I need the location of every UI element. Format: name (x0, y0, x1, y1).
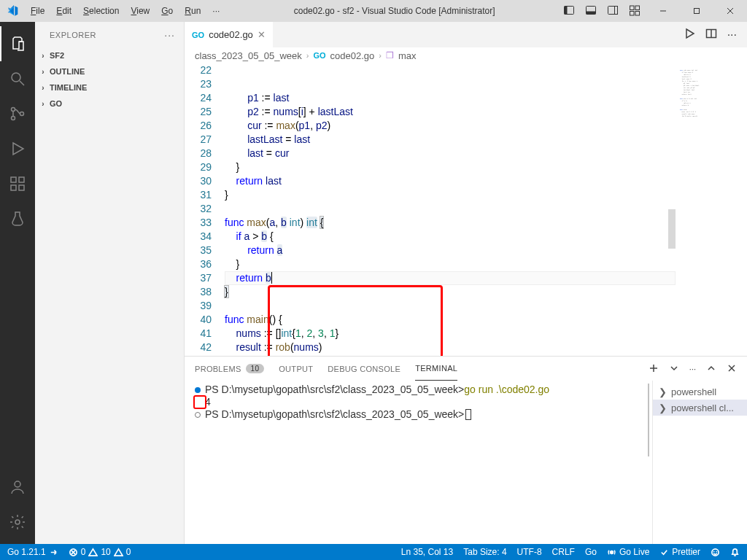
close-panel-icon[interactable] (727, 363, 737, 375)
editor-more-icon[interactable]: ··· (727, 28, 737, 42)
svg-rect-11 (694, 9, 700, 14)
status-bar: Go 1.21.1 0 10 0 Ln 35, Col 13 Tab Size:… (0, 544, 747, 560)
bottom-panel: PROBLEMS10 OUTPUT DEBUG CONSOLE TERMINAL… (185, 356, 747, 544)
status-eol[interactable]: CRLF (552, 547, 575, 557)
task-done-icon (195, 412, 201, 418)
new-terminal-icon[interactable] (649, 363, 659, 375)
panel-tab-debug-console[interactable]: DEBUG CONSOLE (328, 357, 400, 381)
svg-rect-7 (635, 6, 640, 10)
explorer-title: EXPLORER (50, 31, 96, 39)
customize-layout-icon[interactable] (629, 4, 640, 18)
panel-tab-terminal[interactable]: TERMINAL (415, 357, 457, 381)
svg-point-14 (12, 73, 20, 82)
svg-rect-8 (630, 11, 635, 15)
activity-testing-icon[interactable] (0, 201, 35, 236)
toggle-panel-icon[interactable] (585, 4, 597, 18)
explorer-sidebar: EXPLORER ··· ›SF2 ›OUTLINE ›TIMELINE ›GO (35, 22, 185, 544)
terminal[interactable]: PS D:\mysetup\gopath\src\sf2\class_2023_… (185, 381, 643, 544)
explorer-more-icon[interactable]: ··· (164, 29, 175, 41)
status-notifications-icon[interactable] (730, 548, 740, 557)
maximize-panel-icon[interactable] (706, 363, 716, 375)
task-running-icon (195, 387, 201, 393)
svg-rect-6 (630, 6, 635, 10)
go-file-icon: GO (313, 51, 325, 60)
activity-settings-icon[interactable] (0, 505, 35, 540)
sidebar-group-sf2[interactable]: ›SF2 (35, 47, 184, 63)
go-file-icon: GO (192, 31, 204, 39)
minimap-content: func rob nums int int if len nums 0 retu… (680, 69, 700, 117)
svg-rect-1 (565, 6, 568, 14)
status-go-version[interactable]: Go 1.21.1 (7, 547, 58, 557)
status-feedback-icon[interactable] (711, 548, 720, 557)
menu-more[interactable]: ··· (206, 0, 225, 22)
status-go-live[interactable]: Go Live (607, 547, 649, 557)
menu-edit[interactable]: Edit (50, 0, 77, 22)
line-number-gutter: 2223242526272829303132333435363738394041… (185, 63, 225, 356)
menu-view[interactable]: View (125, 0, 155, 22)
toggle-secondary-sidebar-icon[interactable] (607, 4, 619, 18)
svg-rect-19 (11, 177, 16, 182)
terminal-scrollbar[interactable] (643, 381, 652, 544)
svg-rect-4 (608, 6, 618, 14)
terminal-item[interactable]: ❯powershell cl... (653, 400, 747, 416)
window-close-button[interactable] (713, 0, 747, 22)
svg-rect-3 (587, 11, 596, 14)
status-cursor-position[interactable]: Ln 35, Col 13 (401, 547, 453, 557)
sidebar-group-outline[interactable]: ›OUTLINE (35, 63, 184, 79)
tab-close-icon[interactable]: ✕ (258, 29, 266, 40)
panel-more-icon[interactable]: ··· (689, 365, 696, 373)
terminal-item[interactable]: ❯powershell (653, 384, 747, 400)
chevron-right-icon: › (379, 51, 382, 60)
svg-rect-21 (19, 185, 24, 190)
activity-source-control-icon[interactable] (0, 96, 35, 131)
activity-bar (0, 22, 35, 544)
panel-tab-problems[interactable]: PROBLEMS10 (195, 357, 264, 381)
window-maximize-button[interactable] (680, 0, 713, 22)
title-bar: File Edit Selection View Go Run ··· code… (0, 0, 747, 22)
sidebar-group-timeline[interactable]: ›TIMELINE (35, 79, 184, 96)
breadcrumb-symbol[interactable]: max (398, 50, 417, 61)
run-file-icon[interactable] (684, 28, 695, 42)
breadcrumb-folder[interactable]: class_2023_05_05_week (195, 50, 302, 61)
terminal-dropdown-icon[interactable] (669, 363, 679, 375)
menu-file[interactable]: File (25, 0, 50, 22)
split-editor-icon[interactable] (705, 28, 717, 42)
vscode-logo-icon (0, 5, 25, 17)
svg-point-18 (20, 112, 24, 116)
sidebar-group-go[interactable]: ›GO (35, 96, 184, 112)
activity-account-icon[interactable] (0, 470, 35, 505)
status-encoding[interactable]: UTF-8 (517, 547, 542, 557)
svg-point-24 (15, 520, 20, 524)
minimap[interactable]: func rob nums int int if len nums 0 retu… (676, 63, 747, 356)
tab-code02[interactable]: GO code02.go ✕ (185, 22, 274, 47)
breadcrumb-file[interactable]: code02.go (330, 50, 375, 61)
activity-extensions-icon[interactable] (0, 166, 35, 201)
activity-search-icon[interactable] (0, 61, 35, 96)
main-menu: File Edit Selection View Go Run ··· (25, 0, 225, 22)
terminal-shell-icon: ❯ (659, 386, 667, 397)
status-problems[interactable]: 0 10 0 (69, 547, 131, 557)
activity-run-debug-icon[interactable] (0, 131, 35, 166)
activity-explorer-icon[interactable] (0, 26, 35, 61)
terminal-output: 4 (205, 396, 211, 408)
editor-area: GO code02.go ✕ ··· class_2023_05_05_week… (185, 22, 747, 544)
chevron-right-icon: › (306, 51, 309, 60)
code-editor[interactable]: 2223242526272829303132333435363738394041… (185, 63, 747, 356)
svg-line-15 (20, 81, 24, 85)
panel-tab-output[interactable]: OUTPUT (279, 357, 313, 381)
toggle-primary-sidebar-icon[interactable] (563, 4, 575, 18)
menu-selection[interactable]: Selection (77, 0, 125, 22)
menu-go[interactable]: Go (155, 0, 179, 22)
tab-label: code02.go (209, 29, 253, 40)
editor-tabs: GO code02.go ✕ ··· (185, 22, 747, 47)
svg-point-17 (12, 117, 15, 120)
breadcrumbs[interactable]: class_2023_05_05_week › GO code02.go › ❒… (185, 47, 747, 63)
svg-rect-5 (615, 6, 618, 14)
status-indentation[interactable]: Tab Size: 4 (463, 547, 506, 557)
layout-control-icons (563, 4, 646, 18)
status-prettier[interactable]: Prettier (659, 547, 700, 557)
menu-run[interactable]: Run (179, 0, 206, 22)
terminal-cursor (465, 409, 471, 420)
status-language[interactable]: Go (585, 547, 597, 557)
window-minimize-button[interactable] (646, 0, 680, 22)
